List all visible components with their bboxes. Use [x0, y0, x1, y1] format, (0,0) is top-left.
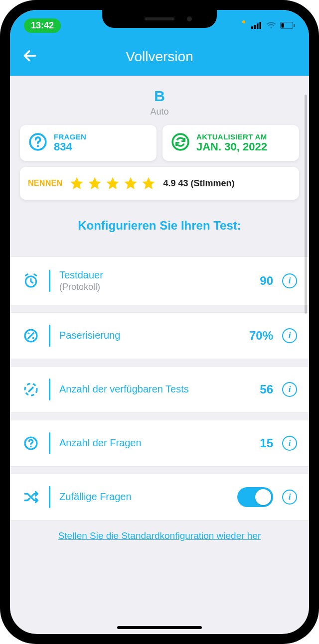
rating-votes-word: (Stimmen) — [190, 178, 234, 188]
home-indicator[interactable] — [117, 626, 202, 629]
back-arrow-icon[interactable] — [22, 48, 38, 66]
status-time: 13:42 — [24, 18, 61, 33]
percent-circle-icon — [22, 328, 40, 344]
svg-point-8 — [37, 145, 39, 147]
row-value: 90 — [243, 274, 273, 288]
rating-label: NENNEN — [28, 179, 62, 188]
category-letter: B — [10, 88, 309, 105]
row-label: Anzahl der verfügbaren Tests — [59, 383, 234, 395]
questions-label: FRAGEN — [54, 132, 86, 141]
category-subtitle: Auto — [10, 107, 309, 117]
divider — [49, 379, 50, 400]
star-icon — [105, 176, 120, 191]
divider — [49, 486, 50, 508]
row-passing[interactable]: Paserisierung 70% i — [10, 312, 309, 359]
info-icon[interactable]: i — [282, 328, 297, 343]
row-label: Testdauer (Protokoll) — [59, 269, 234, 293]
notch — [102, 10, 217, 28]
row-value: 56 — [243, 383, 273, 396]
random-toggle[interactable] — [237, 487, 273, 507]
phone-frame: 13:42 Vollversion B Auto — [0, 0, 319, 644]
row-test-duration[interactable]: Testdauer (Protokoll) 90 i — [10, 257, 309, 305]
row-question-count[interactable]: Anzahl der Fragen 15 i — [10, 420, 309, 467]
info-icon[interactable]: i — [282, 436, 297, 451]
row-label: Paserisierung — [59, 329, 234, 342]
questions-value: 834 — [54, 141, 86, 153]
star-row — [69, 176, 156, 191]
divider — [49, 325, 50, 347]
screen: 13:42 Vollversion B Auto — [10, 10, 309, 634]
page-title: Vollversion — [10, 49, 309, 65]
front-camera — [187, 16, 192, 21]
row-random-questions[interactable]: Zufällige Fragen i — [10, 474, 309, 520]
edit-dashed-circle-icon — [22, 382, 40, 397]
row-label: Zufällige Fragen — [59, 491, 228, 503]
star-icon — [123, 176, 138, 191]
row-available-tests[interactable]: Anzahl der verfügbaren Tests 56 i — [10, 366, 309, 413]
refresh-circle-icon — [170, 132, 190, 154]
svg-rect-5 — [282, 23, 284, 28]
question-circle-icon — [22, 435, 40, 451]
updated-value: JAN. 30, 2022 — [196, 141, 267, 153]
divider — [49, 270, 50, 292]
svg-point-13 — [32, 337, 34, 339]
svg-rect-6 — [294, 24, 295, 27]
info-icon[interactable]: i — [282, 273, 297, 288]
category-header: B Auto — [10, 76, 309, 125]
info-icon[interactable]: i — [282, 490, 297, 505]
svg-point-16 — [30, 445, 31, 447]
question-circle-icon — [28, 132, 48, 154]
battery-icon — [280, 22, 295, 29]
svg-rect-2 — [257, 23, 259, 29]
star-icon — [87, 176, 102, 191]
shuffle-icon — [22, 489, 40, 505]
svg-rect-0 — [251, 26, 253, 29]
scrollbar[interactable] — [305, 95, 307, 314]
questions-card: FRAGEN 834 — [20, 125, 157, 161]
restore-defaults-link[interactable]: Stellen Sie die Standardkonfiguration wi… — [10, 530, 309, 541]
status-icons — [242, 20, 295, 30]
cellular-icon — [251, 22, 262, 29]
clock-alarm-icon — [22, 273, 40, 289]
svg-rect-1 — [254, 25, 256, 29]
rating-score: 4.9 — [163, 178, 175, 188]
rating-card[interactable]: NENNEN 4.9 43 (Stimmen) — [20, 167, 299, 200]
speaker-grille — [145, 17, 174, 20]
config-list: Testdauer (Protokoll) 90 i Paserisierung… — [10, 257, 309, 520]
rating-votes: 43 — [178, 178, 188, 188]
wifi-icon — [266, 22, 276, 29]
updated-label: AKTUALISIERT AM — [196, 132, 267, 141]
row-label: Anzahl der Fragen — [59, 437, 234, 449]
privacy-dot-icon — [242, 20, 245, 23]
app-header: Vollversion — [10, 38, 309, 76]
updated-card: AKTUALISIERT AM JAN. 30, 2022 — [162, 125, 299, 161]
info-icon[interactable]: i — [282, 382, 297, 397]
star-icon — [141, 176, 156, 191]
svg-rect-3 — [260, 22, 262, 29]
star-icon — [69, 176, 84, 191]
svg-point-12 — [27, 332, 29, 334]
config-title: Konfigurieren Sie Ihren Test: — [10, 219, 309, 233]
svg-point-9 — [172, 134, 188, 150]
row-value: 70% — [243, 329, 273, 343]
divider — [49, 432, 50, 454]
rating-stats: 4.9 43 (Stimmen) — [163, 178, 234, 189]
row-value: 15 — [243, 436, 273, 450]
